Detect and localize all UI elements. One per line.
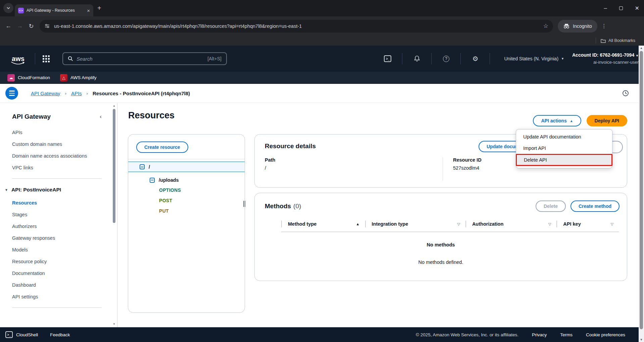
methods-table-header: Method type ▲ Integration type ▽ Authori… <box>281 221 619 232</box>
sidebar-section-api[interactable]: ▼ API: PostInvoiceAPI <box>5 187 117 193</box>
sidebar-item-gateway-responses[interactable]: Gateway responses <box>12 235 117 241</box>
sidebar-scrollbar[interactable]: ▲ ▼ <box>112 104 116 326</box>
browser-menu-icon[interactable]: ⋮ <box>601 23 607 29</box>
column-label: Authorization <box>472 221 503 227</box>
create-resource-button[interactable]: Create resource <box>136 141 188 153</box>
menu-item-update-api-documentation[interactable]: Update API documentation <box>516 131 612 142</box>
tree-node-uploads[interactable]: /uploads <box>150 177 245 183</box>
sort-icon[interactable]: ▽ <box>548 222 551 226</box>
url-bar[interactable]: us-east-1.console.aws.amazon.com/apigate… <box>40 20 553 33</box>
scroll-down-icon[interactable]: ▼ <box>112 323 116 326</box>
favorite-cloudformation[interactable]: ☁ CloudFormation <box>7 74 50 81</box>
settings-gear-icon[interactable]: ⚙ <box>468 55 482 62</box>
cloudshell-icon: >_ <box>5 331 13 338</box>
delete-api-annotation-box: Delete API <box>516 154 612 166</box>
all-bookmarks-button[interactable]: All Bookmarks <box>601 38 635 43</box>
back-icon[interactable]: ← <box>3 22 14 30</box>
page-scrollbar-thumb[interactable] <box>640 51 643 329</box>
sort-icon[interactable]: ▽ <box>611 222 613 226</box>
api-gateway-favicon-icon: <:> <box>18 8 24 13</box>
forward-icon[interactable]: → <box>14 22 26 30</box>
deploy-api-button[interactable]: Deploy API <box>587 115 627 126</box>
sidebar-item-api-settings[interactable]: API settings <box>12 293 117 300</box>
window-maximize-icon[interactable] <box>619 6 623 10</box>
notifications-bell-icon[interactable] <box>410 55 424 62</box>
cloudshell-icon[interactable]: >_ <box>381 55 395 62</box>
tree-method-post[interactable]: POST <box>159 198 245 203</box>
account-menu[interactable]: Account ID: 6762-0691-7094 ▼ ai-invoice-… <box>572 52 639 65</box>
scroll-down-icon[interactable]: ▼ <box>639 338 644 341</box>
create-method-button[interactable]: Create method <box>571 201 620 212</box>
footer-privacy-link[interactable]: Privacy <box>532 332 547 337</box>
sidebar-item-resources[interactable]: Resources <box>12 199 117 206</box>
sidebar-item-models[interactable]: Models <box>12 246 117 253</box>
tree-method-put[interactable]: PUT <box>159 208 245 214</box>
delete-method-button[interactable]: Delete <box>536 201 566 212</box>
footer-cloudshell-button[interactable]: >_ CloudShell <box>5 331 38 338</box>
api-actions-button[interactable]: API actions ▲ <box>533 115 581 126</box>
menu-item-delete-api[interactable]: Delete API <box>517 155 611 165</box>
side-menu-toggle[interactable] <box>5 87 18 100</box>
breadcrumb-separator: › <box>65 91 66 96</box>
new-tab-button[interactable]: + <box>97 4 101 12</box>
sort-icon[interactable]: ▽ <box>457 222 460 226</box>
resource-details-title: Resource details <box>265 142 316 150</box>
sidebar-item-authorizers[interactable]: Authorizers <box>12 223 117 230</box>
footer-feedback-link[interactable]: Feedback <box>50 332 70 337</box>
sidebar-item-custom-domain-names[interactable]: Custom domain names <box>12 141 117 148</box>
tree-node-root[interactable]: / <box>128 162 245 172</box>
site-info-icon[interactable] <box>44 23 50 29</box>
column-integration-type[interactable]: Integration type ▽ <box>365 221 465 227</box>
sidebar-item-dashboard[interactable]: Dashboard <box>12 282 117 288</box>
sidebar-item-resource-policy[interactable]: Resource policy <box>12 258 117 265</box>
sidebar-section-label: API: PostInvoiceAPI <box>11 187 61 193</box>
nav-separator <box>431 53 432 64</box>
tree-child-label[interactable]: /uploads <box>159 177 179 183</box>
sidebar-title: API Gateway <box>12 113 51 120</box>
sidebar-item-domain-name-access-associations[interactable]: Domain name access associations <box>12 153 117 159</box>
scroll-up-icon[interactable]: ▲ <box>112 104 116 107</box>
breadcrumb-apis[interactable]: APIs <box>71 91 82 96</box>
scroll-up-icon[interactable]: ▲ <box>639 46 644 50</box>
sidebar-collapse-icon[interactable]: ‹ <box>100 113 102 120</box>
collapse-minus-icon[interactable] <box>150 178 155 183</box>
aws-search-input[interactable]: Search [Alt+S] <box>62 52 227 65</box>
menu-item-import-api[interactable]: Import API <box>516 142 612 154</box>
tree-root-label[interactable]: / <box>149 164 150 170</box>
page-scrollbar[interactable]: ▲ ▼ <box>639 46 644 342</box>
search-shortcut: [Alt+S] <box>207 56 221 61</box>
tab-close-icon[interactable]: × <box>87 8 90 13</box>
sidebar-item-stages[interactable]: Stages <box>12 211 117 218</box>
resource-id-label: Resource ID <box>453 157 482 163</box>
window-minimize-icon[interactable]: ─ <box>604 6 607 11</box>
column-authorization[interactable]: Authorization ▽ <box>465 221 556 227</box>
services-grid-icon[interactable] <box>43 55 50 62</box>
tab-search-chevron-icon[interactable] <box>3 3 13 13</box>
breadcrumb-separator: › <box>87 91 88 96</box>
column-api-key[interactable]: API key ▽ <box>556 221 619 227</box>
breadcrumb-api-gateway[interactable]: API Gateway <box>31 91 60 96</box>
footer-terms-link[interactable]: Terms <box>560 332 573 337</box>
browser-tab[interactable]: <:> API Gateway - Resources × <box>15 4 93 16</box>
column-method-type[interactable]: Method type ▲ <box>281 221 365 227</box>
aws-logo[interactable]: aws <box>9 55 28 63</box>
nav-separator <box>490 53 490 64</box>
url-text[interactable]: us-east-1.console.aws.amazon.com/apigate… <box>54 23 539 29</box>
sidebar-item-apis[interactable]: APIs <box>12 129 117 136</box>
sidebar-item-vpc-links[interactable]: VPC links <box>12 164 117 171</box>
panel-resize-handle[interactable] <box>243 201 247 207</box>
tree-method-options[interactable]: OPTIONS <box>159 187 245 193</box>
footer-cookie-preferences-link[interactable]: Cookie preferences <box>586 332 625 337</box>
sidebar-item-documentation[interactable]: Documentation <box>12 270 117 277</box>
reload-icon[interactable]: ↻ <box>26 22 37 30</box>
collapse-minus-icon[interactable] <box>140 164 145 169</box>
history-icon[interactable] <box>622 90 629 97</box>
console-footer: >_ CloudShell Feedback © 2025, Amazon We… <box>0 327 644 342</box>
region-selector[interactable]: United States (N. Virginia) ▼ <box>504 56 564 61</box>
bookmark-star-icon[interactable]: ☆ <box>543 22 548 30</box>
help-icon[interactable]: ? <box>439 56 453 62</box>
sort-asc-icon[interactable]: ▲ <box>356 222 360 226</box>
window-close-icon[interactable]: ✕ <box>635 5 639 11</box>
favorite-aws-amplify[interactable]: △ AWS Amplify <box>60 74 97 81</box>
sidebar-scrollbar-thumb[interactable] <box>113 109 115 223</box>
